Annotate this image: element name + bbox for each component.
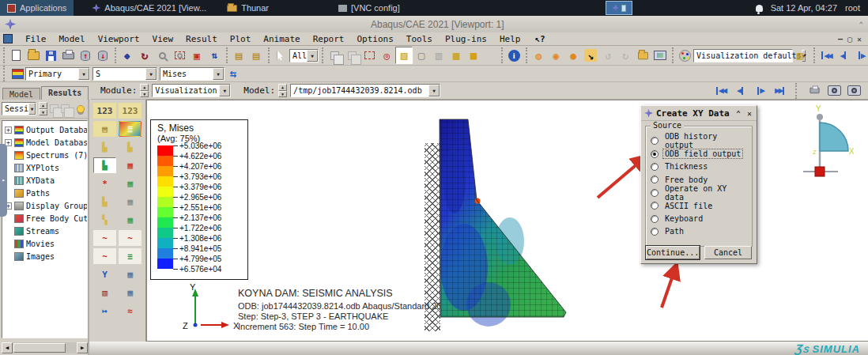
dialog-close-icon[interactable]: ✕ bbox=[745, 109, 753, 118]
viewport-canvas[interactable]: S, Mises (Avg: 75%) +5.036e+06+4.622e+06… bbox=[146, 100, 868, 342]
cycle-views-icon[interactable]: ⇅ bbox=[206, 47, 223, 64]
tree-item[interactable]: + Free Body Cuts bbox=[2, 212, 87, 225]
radio-icon[interactable] bbox=[651, 137, 659, 145]
tree-item[interactable]: + Display Groups (1) bbox=[2, 199, 87, 212]
play-animation-icon[interactable]: ▶ bbox=[852, 47, 868, 64]
ply-stack-plot[interactable]: ▤ bbox=[93, 121, 116, 137]
menu-item[interactable]: Model bbox=[53, 33, 92, 45]
undo-icon[interactable]: ↺ bbox=[599, 47, 617, 64]
toolbar-grip[interactable] bbox=[501, 47, 503, 63]
contour-options[interactable]: ▦ bbox=[119, 157, 142, 173]
toolbar-grip[interactable] bbox=[526, 47, 527, 63]
menu-item[interactable]: Plot bbox=[224, 33, 258, 45]
tree-horizontal-scrollbar[interactable]: ◀ ▶ bbox=[2, 342, 88, 353]
source-radio-option[interactable]: Operate on XY data bbox=[651, 187, 750, 199]
auto-fit-view-icon[interactable]: ▣ bbox=[188, 47, 206, 64]
notification-bell-icon[interactable] bbox=[756, 5, 763, 12]
xy-curve-options[interactable]: ~ bbox=[93, 248, 116, 264]
model-spinner[interactable]: ▲▼ bbox=[278, 84, 287, 97]
tree-filter-spinner[interactable]: ▲▼ bbox=[39, 102, 47, 115]
xy-report[interactable]: ▥ bbox=[93, 285, 116, 300]
field-variable-combo[interactable]: S ▼ bbox=[92, 67, 157, 81]
close-window-icon[interactable]: ✕ bbox=[857, 35, 862, 43]
xy-data-manager[interactable]: ~ bbox=[119, 230, 142, 246]
model-combo[interactable]: /tmp/job1744432039.8214.odb ▼ bbox=[290, 84, 440, 97]
plot-material-orientations[interactable]: ▙ bbox=[93, 194, 116, 210]
maximize-window-icon[interactable]: ▢ bbox=[847, 35, 852, 43]
source-radio-option[interactable]: ODB history output bbox=[651, 134, 750, 147]
edit-annotations-icon[interactable] bbox=[360, 47, 378, 64]
overlay-plot-icon[interactable]: ◉ bbox=[547, 47, 564, 64]
window-titlebar[interactable]: Abaqus/CAE 2021 [Viewport: 1] ⌃ bbox=[0, 16, 868, 32]
scroll-right-icon[interactable]: ▶ bbox=[77, 342, 88, 353]
window-switcher-highlight[interactable] bbox=[606, 1, 632, 15]
menu-item[interactable]: Plug-ins bbox=[439, 33, 493, 45]
tips-lightbulb-icon[interactable] bbox=[77, 105, 85, 113]
create-xy-data[interactable]: ~ bbox=[93, 230, 116, 246]
render-style-cube-icon[interactable]: ▧▾ bbox=[793, 47, 810, 64]
chevron-down-icon[interactable]: ▼ bbox=[219, 85, 230, 96]
query-info-icon[interactable]: i bbox=[505, 47, 523, 64]
toolbar-grip[interactable] bbox=[795, 83, 800, 99]
tree-item[interactable]: + Movies bbox=[2, 237, 87, 250]
wireframe-render-icon[interactable]: ▢ bbox=[413, 47, 430, 64]
print-viewport-icon[interactable] bbox=[807, 84, 822, 98]
radio-icon[interactable] bbox=[651, 215, 659, 223]
probe-values-icon[interactable]: ↘ bbox=[582, 47, 599, 64]
play-animation-icon[interactable]: ▶ bbox=[753, 84, 768, 98]
cancel-button[interactable]: Cancel bbox=[704, 246, 752, 259]
dialog-titlebar[interactable]: Create XY Data ⌃ ✕ bbox=[641, 106, 757, 121]
render-beam-profiles-icon[interactable]: ▤ bbox=[230, 47, 247, 64]
radio-icon[interactable] bbox=[651, 150, 659, 158]
scroll-left-icon[interactable]: ◀ bbox=[2, 342, 13, 353]
field-position-combo[interactable]: Primary ▼ bbox=[25, 67, 90, 81]
menu-item[interactable]: Result bbox=[179, 33, 224, 45]
tree-item[interactable]: + Model Database (2) bbox=[2, 136, 87, 149]
select-tool-icon[interactable] bbox=[272, 47, 289, 64]
menu-item[interactable]: Options bbox=[350, 33, 399, 45]
field-output-dialog-icon[interactable] bbox=[10, 66, 25, 81]
field-output-report[interactable]: ▦ bbox=[119, 266, 142, 282]
menu-item[interactable]: Report bbox=[307, 33, 351, 45]
last-frame-icon[interactable]: ▶▶ bbox=[772, 84, 787, 98]
toolbar-grip[interactable] bbox=[268, 47, 270, 63]
field-output-ball-icon[interactable]: ● bbox=[564, 47, 582, 64]
chevron-down-icon[interactable]: ▼ bbox=[213, 68, 224, 80]
color-mappings-combo[interactable]: Visualization defaults ▼ bbox=[693, 49, 793, 62]
previous-frame-icon[interactable]: ◀ bbox=[733, 84, 748, 98]
radio-icon[interactable] bbox=[651, 189, 659, 197]
open-file-icon[interactable] bbox=[25, 47, 42, 64]
module-combo[interactable]: Visualization ▼ bbox=[152, 84, 231, 97]
contour-spectrum-manager[interactable]: ≣ bbox=[119, 121, 142, 137]
filled-render-icon[interactable]: ■ bbox=[465, 47, 482, 64]
shaded-render-icon[interactable]: ▩ bbox=[447, 47, 465, 64]
previous-frame-icon[interactable]: ◀ bbox=[835, 47, 852, 64]
source-radio-option[interactable]: Thickness bbox=[651, 161, 750, 173]
display-group-monitor-icon[interactable] bbox=[651, 47, 669, 64]
chevron-down-icon[interactable]: ▼ bbox=[428, 85, 440, 96]
create-viewport-icon[interactable] bbox=[326, 47, 343, 64]
taskbar-window-thunar[interactable]: Thunar bbox=[220, 0, 276, 16]
box-zoom-icon[interactable] bbox=[171, 47, 188, 64]
tree-expander-icon[interactable]: + bbox=[5, 127, 12, 134]
minimize-window-icon[interactable]: — bbox=[838, 35, 843, 43]
allow-multiple-plot-states[interactable]: ▚ bbox=[93, 212, 116, 228]
animation-time-history[interactable]: 123 bbox=[119, 103, 142, 119]
edit-node-path[interactable]: ≈ bbox=[119, 303, 142, 319]
taskbar-window-vnc[interactable]: [VNC config] bbox=[331, 0, 407, 16]
context-help-icon[interactable]: ↖? bbox=[528, 33, 551, 45]
chevron-down-icon[interactable]: ▼ bbox=[28, 103, 36, 115]
tab-model[interactable]: Model bbox=[2, 88, 40, 100]
menu-item[interactable]: Help bbox=[493, 33, 527, 45]
tree-item[interactable]: + Streams bbox=[2, 225, 87, 237]
sync-field-output-icon[interactable]: ⇆ bbox=[225, 65, 242, 82]
collapse-all-icon[interactable] bbox=[50, 104, 58, 113]
view-manipulation-icon[interactable]: ▧ bbox=[395, 47, 413, 64]
new-file-icon[interactable] bbox=[7, 47, 25, 64]
pan-view-icon[interactable]: ↔↕ bbox=[119, 47, 136, 64]
session-combo[interactable]: Sessi ▼ bbox=[2, 102, 36, 115]
chevron-down-icon[interactable]: ▼ bbox=[145, 68, 157, 80]
tree-item[interactable]: + XYPlots bbox=[2, 161, 87, 174]
toolbar-grip[interactable] bbox=[3, 47, 5, 63]
tile-viewports-icon[interactable] bbox=[343, 47, 360, 64]
